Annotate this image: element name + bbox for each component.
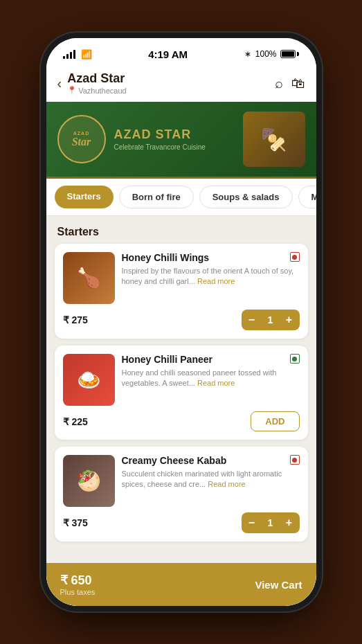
food-image-wings: 🍗: [63, 252, 115, 304]
phone-frame: 📶 4:19 AM ∗ 100% ‹ Azad Star 📍 Vazhuthec…: [46, 38, 316, 606]
food-image-paneer: 🍛: [63, 354, 115, 406]
qty-number-kabab: 1: [262, 517, 279, 528]
section-title: Starters: [46, 216, 316, 244]
restaurant-name: Azad Star: [67, 71, 127, 86]
restaurant-banner: AZAD Star AZAD STAR Celebrate Travancore…: [46, 102, 316, 179]
banner-food-image: 🍢: [243, 111, 305, 167]
nonveg-indicator: [290, 252, 300, 262]
header-right: ⌕ 🛍: [275, 75, 305, 91]
back-button[interactable]: ‹: [57, 75, 62, 91]
restaurant-location: 📍 Vazhuthecaud: [67, 86, 127, 95]
qty-number-wings: 1: [262, 314, 279, 325]
cart-total: ₹ 650: [60, 573, 96, 588]
food-price-kabab: ₹ 375: [63, 517, 88, 528]
cart-tax-label: Plus taxes: [60, 588, 96, 596]
read-more-kabab[interactable]: Read more: [208, 480, 245, 488]
food-name-kabab: Creamy Cheese Kabab: [122, 455, 300, 466]
food-name-paneer: Honey Chilli Paneer: [122, 354, 300, 365]
food-info-paneer: Honey Chilli Paneer Honey and chilli sea…: [122, 354, 300, 406]
food-image-placeholder: 🍢: [261, 127, 287, 152]
brand-circle: AZAD Star: [57, 115, 106, 163]
food-image-kabab: 🥙: [63, 455, 115, 507]
banner-logo: AZAD Star: [57, 115, 106, 163]
menu-items-list: 🍗 Honey Chilli Wings Inspired by the fla…: [46, 244, 316, 597]
food-bottom-paneer: ₹ 225 ADD: [63, 411, 300, 431]
status-right: ∗ 100%: [244, 49, 300, 59]
cart-bar: ₹ 650 Plus taxes View Cart: [46, 563, 316, 606]
food-desc-wings: Inspired by the flavours of the orient A…: [122, 266, 300, 287]
food-bottom-wings: ₹ 275 − 1 +: [63, 310, 300, 330]
quantity-control-kabab: − 1 +: [242, 512, 300, 533]
add-button-paneer[interactable]: ADD: [251, 411, 299, 431]
read-more-paneer[interactable]: Read more: [197, 379, 235, 387]
menu-item-kabab: 🥙 Creamy Cheese Kabab Succulent chicken …: [55, 447, 308, 542]
brand-script-text: Star: [72, 136, 91, 148]
header-title-block: Azad Star 📍 Vazhuthecaud: [67, 71, 127, 95]
view-cart-button[interactable]: View Cart: [255, 579, 302, 591]
quantity-control-wings: − 1 +: [242, 310, 300, 330]
food-price-paneer: ₹ 225: [63, 416, 88, 427]
bluetooth-icon: ∗: [244, 49, 251, 59]
food-price-wings: ₹ 275: [63, 314, 88, 325]
header: ‹ Azad Star 📍 Vazhuthecaud ⌕ 🛍: [46, 66, 316, 102]
banner-tagline: Celebrate Travancore Cuisine: [114, 143, 235, 151]
signal-icon: [63, 49, 75, 59]
status-bar: 📶 4:19 AM ∗ 100%: [46, 38, 316, 66]
status-left: 📶: [63, 49, 92, 60]
cart-button[interactable]: 🛍: [291, 75, 305, 91]
wifi-icon: 📶: [81, 49, 92, 60]
food-info-kabab: Creamy Cheese Kabab Succulent chicken ma…: [122, 455, 300, 507]
brand-top-text: AZAD: [73, 131, 89, 136]
header-left: ‹ Azad Star 📍 Vazhuthecaud: [57, 71, 127, 95]
food-info-wings: Honey Chilli Wings Inspired by the flavo…: [122, 252, 300, 304]
veg-indicator: [290, 354, 300, 364]
qty-decrease-wings[interactable]: −: [242, 310, 262, 330]
qty-increase-kabab[interactable]: +: [279, 512, 300, 533]
status-time: 4:19 AM: [148, 48, 188, 60]
banner-center: AZAD STAR Celebrate Travancore Cuisine: [106, 127, 243, 151]
food-desc-kabab: Succulent chicken marinated with light a…: [122, 469, 300, 490]
qty-decrease-kabab[interactable]: −: [242, 512, 262, 533]
tab-born-of-fire[interactable]: Born of fire: [119, 186, 194, 208]
nonveg-indicator-kabab: [290, 455, 300, 465]
battery-percent: 100%: [255, 49, 277, 59]
menu-item-wings: 🍗 Honey Chilli Wings Inspired by the fla…: [55, 244, 308, 339]
qty-increase-wings[interactable]: +: [279, 310, 300, 330]
food-name-wings: Honey Chilli Wings: [122, 252, 300, 263]
pin-icon: 📍: [67, 86, 77, 95]
read-more-wings[interactable]: Read more: [197, 277, 235, 285]
tab-starters[interactable]: Starters: [55, 186, 114, 208]
category-tabs: Starters Born of fire Soups & salads Mai…: [46, 179, 316, 216]
search-button[interactable]: ⌕: [275, 75, 283, 91]
food-desc-paneer: Honey and chilli seasoned paneer tossed …: [122, 368, 300, 389]
battery-icon: [280, 50, 299, 58]
food-bottom-kabab: ₹ 375 − 1 +: [63, 512, 300, 533]
menu-item-paneer: 🍛 Honey Chilli Paneer Honey and chilli s…: [55, 346, 308, 440]
cart-price-block: ₹ 650 Plus taxes: [60, 573, 96, 596]
banner-restaurant-name: AZAD STAR: [114, 127, 235, 142]
tab-mains[interactable]: Mains: [298, 186, 316, 208]
tab-soups-salads[interactable]: Soups & salads: [199, 186, 293, 208]
content-area: Starters 🍗 Honey Chilli Wings Inspired b…: [46, 216, 316, 606]
